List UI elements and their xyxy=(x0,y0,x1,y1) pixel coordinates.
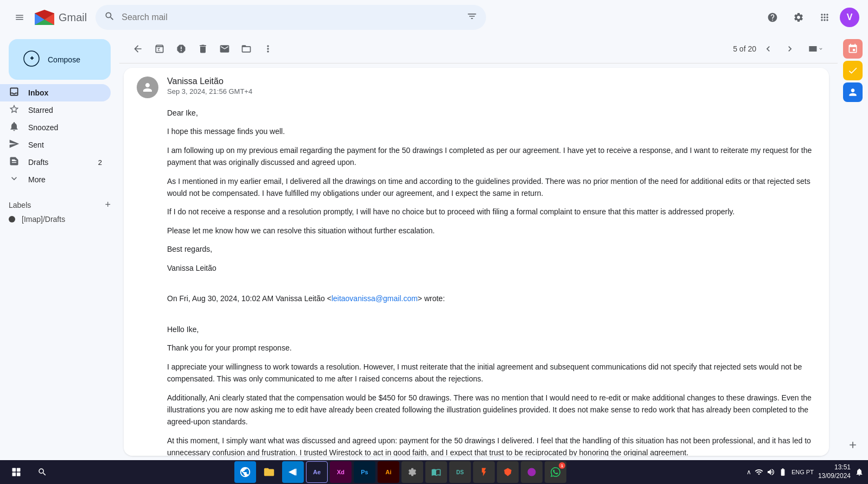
pagination-info: 5 of 20 xyxy=(733,44,756,53)
email-header: Vanissa Leitão Sep 3, 2024, 21:56 GMT+4 xyxy=(124,68,829,103)
search-tune-icon[interactable] xyxy=(467,11,477,24)
move-to-button[interactable] xyxy=(237,39,256,59)
gmail-logo-text: Gmail xyxy=(59,11,87,24)
taskbar-app-brave[interactable] xyxy=(497,461,519,483)
pagination-buttons xyxy=(758,39,800,59)
sidebar-item-starred-label: Starred xyxy=(28,106,102,114)
search-input[interactable] xyxy=(122,12,460,22)
sidebar-item-drafts[interactable]: Drafts 2 xyxy=(0,154,111,171)
help-button[interactable] xyxy=(762,7,783,28)
email-para-3: As I mentioned in my earlier email, I de… xyxy=(167,175,816,200)
starred-icon xyxy=(9,104,20,117)
svg-rect-4 xyxy=(17,473,21,476)
quoted-email-link[interactable]: leitaovanissa@gmail.com xyxy=(331,294,418,303)
mark-unread-button[interactable] xyxy=(215,39,234,59)
taskbar-app-ai[interactable]: Ai xyxy=(378,461,399,483)
email-card: Vanissa Leitão Sep 3, 2024, 21:56 GMT+4 … xyxy=(124,68,829,456)
taskbar-app-whatsapp[interactable]: 1 xyxy=(545,461,566,483)
taskbar-app-lightning[interactable] xyxy=(473,461,495,483)
topbar: Gmail V xyxy=(0,0,868,35)
labels-add-button[interactable]: + xyxy=(105,199,111,211)
taskbar-app-purple[interactable] xyxy=(521,461,542,483)
email-para-q2: I appreciate your willingness to work to… xyxy=(167,361,816,385)
taskbar-app-ds[interactable]: DS xyxy=(449,461,471,483)
archive-button[interactable] xyxy=(150,39,169,59)
email-para-0: Dear Ike, xyxy=(167,107,816,119)
volume-icon xyxy=(767,468,775,476)
add-panel-button[interactable] xyxy=(842,434,864,456)
tasks-panel-icon[interactable] xyxy=(843,61,863,80)
back-button[interactable] xyxy=(128,39,148,59)
report-spam-button[interactable] xyxy=(171,39,191,59)
calendar-panel-icon[interactable] xyxy=(843,39,863,59)
sidebar-item-drafts-label: Drafts xyxy=(28,158,90,167)
network-icon xyxy=(755,468,763,476)
sent-icon xyxy=(9,138,20,152)
sender-avatar xyxy=(137,77,158,98)
sender-name: Vanissa Leitão xyxy=(167,77,816,86)
settings-button[interactable] xyxy=(788,7,809,28)
sidebar: Compose Inbox Starred Snoozed Sent xyxy=(0,35,119,460)
battery-icon xyxy=(778,468,787,476)
email-para-6: Best regards, xyxy=(167,243,816,255)
tray-up-arrow[interactable]: ∧ xyxy=(746,468,751,476)
sidebar-item-more-label: More xyxy=(28,175,102,184)
drafts-badge: 2 xyxy=(98,158,102,167)
labels-section: Labels + [Imap]/Drafts xyxy=(0,193,119,230)
taskbar-center: Ae Xd Ps Ai DS 1 xyxy=(234,461,566,483)
taskbar-app-ae[interactable]: Ae xyxy=(306,461,328,483)
sidebar-item-snoozed[interactable]: Snoozed xyxy=(0,119,111,136)
sys-tray: ∧ xyxy=(746,468,787,476)
email-para-q0: Hello Ike, xyxy=(167,323,816,335)
sidebar-item-inbox[interactable]: Inbox xyxy=(0,84,111,101)
search-icon xyxy=(104,11,115,24)
sidebar-item-starred[interactable]: Starred xyxy=(0,101,111,119)
taskbar-app-edge[interactable] xyxy=(234,461,256,483)
labels-title: Labels xyxy=(9,201,31,209)
email-para-7: Vanissa Leitão xyxy=(167,262,816,274)
sidebar-item-more[interactable]: More xyxy=(0,171,111,188)
avatar[interactable]: V xyxy=(840,8,859,27)
taskbar-search-button[interactable] xyxy=(30,460,54,484)
label-item-imap-drafts[interactable]: [Imap]/Drafts xyxy=(9,213,111,226)
sidebar-item-inbox-label: Inbox xyxy=(28,88,102,97)
taskbar-app-books[interactable] xyxy=(425,461,447,483)
compose-button[interactable]: Compose xyxy=(9,39,111,80)
email-para-2: I am following up on my previous email r… xyxy=(167,144,816,169)
contacts-panel-icon[interactable] xyxy=(843,82,863,102)
taskbar-app-ps[interactable]: Ps xyxy=(354,461,375,483)
sidebar-item-sent[interactable]: Sent xyxy=(0,136,111,154)
inbox-icon xyxy=(9,86,20,100)
next-email-button[interactable] xyxy=(780,39,800,59)
compose-icon xyxy=(22,49,41,70)
clock-date: 13/09/2024 xyxy=(818,472,851,481)
taskbar-app-xd[interactable]: Xd xyxy=(330,461,352,483)
taskbar-lang: ENG PT xyxy=(792,469,814,475)
start-button[interactable] xyxy=(4,460,28,484)
clock: 13:51 13/09/2024 xyxy=(818,463,851,480)
svg-rect-3 xyxy=(12,473,16,476)
taskbar: Ae Xd Ps Ai DS 1 xyxy=(0,460,868,484)
prev-email-button[interactable] xyxy=(758,39,778,59)
email-para-1: I hope this message finds you well. xyxy=(167,125,816,137)
view-toggle-button[interactable] xyxy=(802,39,829,59)
email-para-5: Please let me know how we can resolve th… xyxy=(167,225,816,237)
hamburger-menu[interactable] xyxy=(9,7,30,28)
sender-info: Vanissa Leitão Sep 3, 2024, 21:56 GMT+4 xyxy=(167,77,816,95)
labels-header: Labels + xyxy=(9,197,111,213)
more-icon xyxy=(9,173,20,187)
taskbar-app-settings[interactable] xyxy=(401,461,423,483)
taskbar-app-vscode[interactable] xyxy=(282,461,304,483)
notifications-icon[interactable] xyxy=(855,468,864,476)
svg-rect-2 xyxy=(17,468,21,472)
apps-button[interactable] xyxy=(814,7,835,28)
compose-label: Compose xyxy=(48,55,80,64)
taskbar-right: ∧ ENG PT 13:51 13/09/2024 xyxy=(746,463,864,480)
email-para-4: If I do not receive a response and a res… xyxy=(167,206,816,218)
taskbar-app-explorer[interactable] xyxy=(258,461,280,483)
sender-date: Sep 3, 2024, 21:56 GMT+4 xyxy=(167,87,816,95)
delete-button[interactable] xyxy=(193,39,213,59)
email-toolbar: 5 of 20 xyxy=(119,35,838,63)
email-body: Dear Ike, I hope this message finds you … xyxy=(124,103,829,456)
more-options-button[interactable] xyxy=(258,39,278,59)
